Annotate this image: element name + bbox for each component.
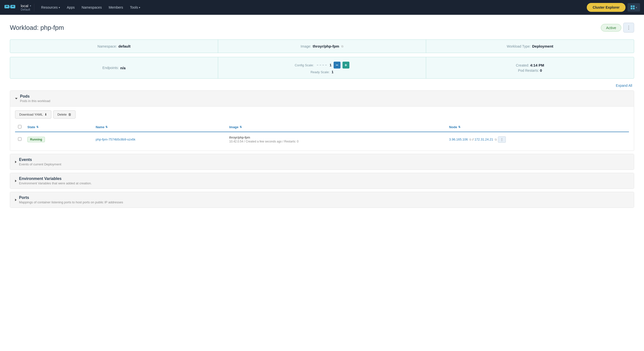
name-cell: php-fpm-7574b5c8b9-xzx6k [93,132,226,147]
expand-all-row: Expand All [10,83,634,88]
image-sub: 10.42.0.54 / Created a few seconds ago /… [229,140,443,143]
status-badge: Active [601,24,621,31]
svg-rect-8 [633,8,634,9]
node-col-header[interactable]: Node ⇅ [446,122,629,132]
svg-rect-7 [631,8,632,9]
nav-resources[interactable]: Resources ▾ [38,3,63,11]
expand-all-button[interactable]: Expand All [614,83,634,88]
ports-subtitle: Mappings of container listening ports to… [19,200,123,204]
namespace-cell: Namespace: default [10,40,218,53]
svg-marker-2 [10,7,10,8]
nav-namespaces[interactable]: Namespaces [79,3,105,11]
navbar: local ▾ Default Resources ▾ Apps Namespa… [0,0,644,15]
pods-subtitle: Pods in this workload [20,99,50,103]
svg-rect-3 [6,6,8,7]
table-actions: Download YAML ⬇ Delete 🗑 [15,110,629,119]
name-col-header[interactable]: Name ⇅ [93,122,226,132]
svg-rect-6 [633,5,634,7]
env-vars-title: Environment Variables [19,176,92,181]
ports-expand-icon [15,199,16,201]
ports-section: Ports Mappings of container listening po… [10,192,634,208]
events-expand-icon [15,161,16,163]
pods-section-header[interactable]: Pods Pods in this workload [10,91,634,106]
pods-collapse-icon [15,98,18,99]
node-ip2-link[interactable]: 172.31.24.21 [474,138,493,141]
state-sort-icon: ⇅ [36,125,38,129]
svg-rect-5 [631,5,632,7]
image-cell-row: throyr/php-fpm 10.42.0.54 / Created a fe… [226,132,446,147]
nav-members[interactable]: Members [106,3,126,11]
cluster-explorer-button[interactable]: Cluster Explorer [587,3,626,12]
endpoints-cell: Endpoints: n/a [10,57,218,78]
cluster-name: local ▾ [21,4,31,8]
scale-minus-button[interactable]: − [334,62,340,68]
pods-title: Pods [20,94,50,99]
events-subtitle: Events of current Deployment [19,162,61,166]
select-all-col [15,122,24,132]
main-content: Workload: php-fpm Active ⋮ Namespace: de… [0,15,644,351]
cluster-selector[interactable]: local ▾ Default [18,4,34,11]
delete-button[interactable]: Delete 🗑 [53,110,76,119]
nav-apps[interactable]: Apps [64,3,78,11]
env-vars-section-header[interactable]: Environment Variables Environment Variab… [10,173,634,189]
ports-title: Ports [19,195,123,200]
scale-plus-button[interactable]: + [342,62,350,68]
created-cell: Created: 4:14 PM Pod Restarts: 0 [426,57,634,78]
cluster-default: Default [21,8,31,11]
table-row: Running php-fpm-7574b5c8b9-xzx6k throyr/… [15,132,629,147]
copy-node-icon-2[interactable]: ⧉ [495,138,497,141]
download-icon: ⬇ [44,113,47,116]
node-ip-link[interactable]: 3.96.165.106 [449,138,468,141]
running-badge: Running [28,137,45,142]
row-more-button[interactable]: ⋮ [498,136,506,143]
row-checkbox[interactable] [18,137,22,141]
svg-rect-4 [12,6,14,7]
scale-cell: Config Scale: 1 − + Ready Scale: 1 [218,57,426,78]
pod-link[interactable]: php-fpm-7574b5c8b9-xzx6k [96,138,136,141]
nav-links: Resources ▾ Apps Namespaces Members Tool… [38,3,587,11]
events-section: Events Events of current Deployment [10,154,634,170]
pods-section-body: Download YAML ⬇ Delete 🗑 [10,106,634,151]
row-checkbox-cell [15,132,24,147]
image-col-header[interactable]: Image ⇅ [226,122,446,132]
image-sort-icon: ⇅ [240,125,242,129]
page-title: Workload: php-fpm [10,24,64,31]
logo [4,3,16,12]
image-name: throyr/php-fpm [229,136,443,139]
events-title: Events [19,157,61,162]
env-vars-expand-icon [15,180,16,182]
copy-node-icon-1[interactable]: ⧉ [469,138,472,141]
info-card-2: Endpoints: n/a Config Scale: 1 − + Ready… [10,57,634,79]
download-yaml-button[interactable]: Download YAML ⬇ [15,110,51,119]
state-cell: Running [24,132,93,147]
env-vars-subtitle: Environment Variables that were added at… [19,181,92,185]
name-sort-icon: ⇅ [105,125,108,129]
info-card-1: Namespace: default Image: throyr/php-fpm… [10,39,634,53]
ports-section-header[interactable]: Ports Mappings of container listening po… [10,192,634,208]
workload-type-cell: Workload Type: Deployment [426,40,634,53]
nav-tools[interactable]: Tools ▾ [127,3,143,11]
select-all-checkbox[interactable] [18,125,22,128]
image-cell: Image: throyr/php-fpm ⧉ [218,40,426,53]
node-cell: 3.96.165.106 ⧉ / 172.31.24.21 ⧉ ⋮ [446,132,629,147]
trash-icon: 🗑 [68,113,71,116]
env-vars-section: Environment Variables Environment Variab… [10,173,634,189]
pods-table-body: Running php-fpm-7574b5c8b9-xzx6k throyr/… [15,132,629,147]
node-sort-icon: ⇅ [458,125,460,129]
state-col-header[interactable]: State ⇅ [24,122,93,132]
events-section-header[interactable]: Events Events of current Deployment [10,154,634,170]
more-actions-button[interactable]: ⋮ [623,23,634,32]
nav-grid-icon-button[interactable]: ▾ [628,3,640,11]
page-header: Workload: php-fpm Active ⋮ [10,23,634,32]
pods-section: Pods Pods in this workload Download YAML… [10,90,634,151]
pods-table: State ⇅ Name ⇅ Image [15,122,629,147]
scale-controls: Config Scale: 1 − + Ready Scale: 1 [294,62,349,74]
table-header: State ⇅ Name ⇅ Image [15,122,629,132]
page-actions: Active ⋮ [601,23,634,32]
copy-image-icon[interactable]: ⧉ [341,45,344,48]
